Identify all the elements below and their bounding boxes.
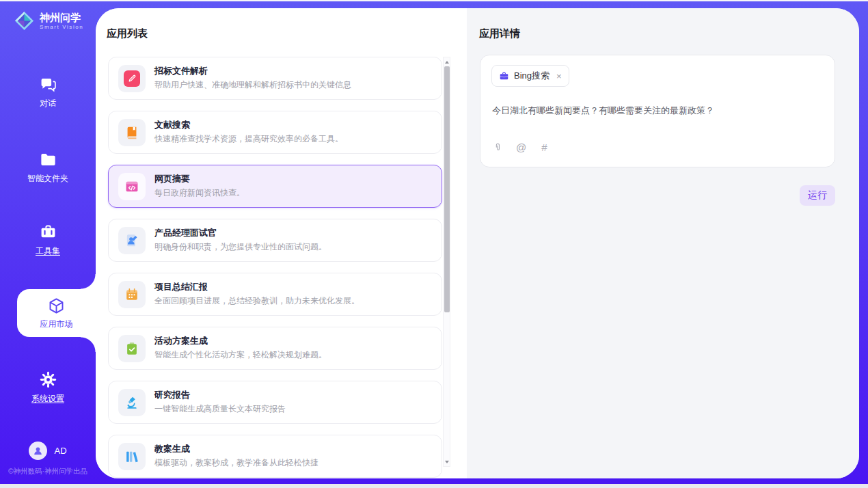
user-initials: AD: [54, 446, 66, 456]
bottom-strip: [0, 484, 868, 488]
brand-logo-icon: [14, 10, 35, 31]
prompt-card[interactable]: Bing搜索 × 今日湖北有哪些新闻要点？有哪些需要关注的最新政策？ @ #: [480, 55, 835, 167]
sidebar-item-chat[interactable]: 对话: [0, 75, 96, 109]
book-icon: [124, 125, 139, 140]
top-strip: [0, 0, 868, 1]
hash-icon[interactable]: #: [539, 141, 550, 153]
sidebar-footer: ©神州数码·神州问学出品: [0, 467, 96, 476]
app-card[interactable]: 教案生成 模板驱动，教案秒成，教学准备从此轻松快捷: [108, 435, 442, 478]
user-icon: [32, 445, 44, 457]
app-detail-panel: 应用详情 Bing搜索 × 今日湖北有哪些新闻要点？有哪些需要关注的最新政策？: [467, 8, 859, 478]
scrollbar-down-icon[interactable]: [444, 458, 450, 465]
gear-icon: [39, 370, 57, 389]
sidebar-item-toolkit[interactable]: 工具集: [0, 223, 96, 257]
person-interview-icon: [124, 233, 139, 248]
app-card[interactable]: 文献搜索 快速精准查找学术资源，提高研究效率的必备工具。: [108, 111, 442, 154]
app-screen: 神州问学 Smart Vision 对话 智能文件夹 工具集 应用市场 系统设置…: [0, 0, 868, 488]
toolbox-icon: [39, 223, 57, 241]
briefcase-icon: [499, 71, 509, 81]
cube-icon: [47, 297, 66, 315]
scrollbar-thumb[interactable]: [444, 66, 450, 312]
browser-code-icon: [124, 179, 139, 194]
chat-icon: [39, 75, 57, 94]
avatar[interactable]: [29, 442, 47, 460]
sidebar-item-app-market[interactable]: 应用市场: [17, 289, 96, 337]
app-card[interactable]: 网页摘要 每日政府新闻资讯快查。: [108, 165, 442, 208]
app-list: 招标文件解析 帮助用户快速、准确地理解和解析招标书中的关键信息 文献搜索 快速精…: [108, 57, 442, 478]
app-card[interactable]: 活动方案生成 智能生成个性化活动方案，轻松解决规划难题。: [108, 327, 442, 370]
attachment-toolbar: @ #: [492, 141, 550, 153]
app-card[interactable]: 招标文件解析 帮助用户快速、准确地理解和解析招标书中的关键信息: [108, 57, 442, 100]
sidebar: 神州问学 Smart Vision 对话 智能文件夹 工具集 应用市场 系统设置…: [0, 1, 96, 484]
close-icon[interactable]: ×: [556, 71, 562, 81]
app-list-panel: 应用列表 招标文件解析 帮助用户快速、准确地理解和解析招标书中的关键信息 文献搜…: [96, 8, 467, 478]
sidebar-item-settings[interactable]: 系统设置: [0, 370, 96, 405]
paperclip-icon[interactable]: [492, 141, 504, 153]
brand-name: 神州问学: [40, 12, 83, 23]
clipboard-check-icon: [124, 341, 139, 356]
sidebar-item-smart-folder[interactable]: 智能文件夹: [0, 150, 96, 185]
prompt-input[interactable]: 今日湖北有哪些新闻要点？有哪些需要关注的最新政策？: [492, 104, 824, 118]
brand-subtitle: Smart Vision: [40, 24, 83, 30]
tool-chip-label: Bing搜索: [514, 70, 550, 82]
brand: 神州问学 Smart Vision: [0, 10, 96, 31]
app-card[interactable]: 研究报告 一键智能生成高质量长文本研究报告: [108, 381, 442, 424]
app-card[interactable]: 项目总结汇报 全面回顾项目进展，总结经验教训，助力未来优化发展。: [108, 273, 442, 316]
scrollbar[interactable]: [443, 57, 450, 467]
app-list-title: 应用列表: [107, 27, 148, 40]
books-icon: [124, 449, 139, 464]
microscope-icon: [124, 395, 139, 410]
run-button[interactable]: 运行: [800, 185, 835, 206]
at-icon[interactable]: @: [515, 141, 527, 153]
scrollbar-up-icon[interactable]: [444, 58, 450, 66]
app-detail-title: 应用详情: [479, 27, 520, 40]
calendar-icon: [124, 287, 139, 302]
app-card[interactable]: 产品经理面试官 明确身份和职责，为您提供专业性的面试问题。: [108, 219, 442, 262]
user-row[interactable]: AD: [0, 442, 96, 460]
content-area: 应用列表 招标文件解析 帮助用户快速、准确地理解和解析招标书中的关键信息 文献搜…: [96, 8, 859, 478]
edit-doc-icon: [124, 70, 140, 87]
tool-chip-bing-search[interactable]: Bing搜索 ×: [491, 65, 569, 87]
folder-icon: [39, 150, 57, 169]
